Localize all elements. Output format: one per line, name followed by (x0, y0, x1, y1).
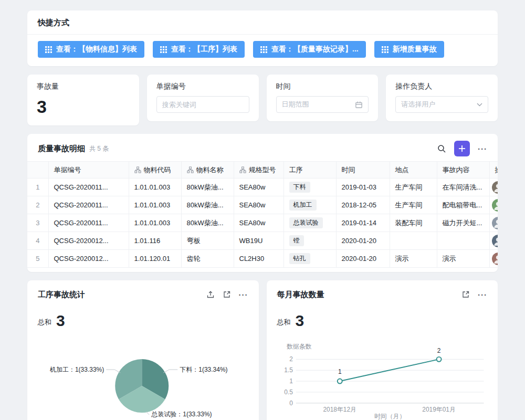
shortcut-view-incident-records-button[interactable]: 查看：【质量事故记录】... (253, 41, 366, 58)
pie-label-xialiao: 下料：1(33.34%) (180, 366, 227, 373)
relation-icon (134, 166, 141, 173)
date-range-input[interactable]: 日期范围 (276, 96, 369, 113)
cell-time: 2020-01-20 (336, 232, 390, 250)
cell-process: 总装试验 (284, 214, 336, 232)
table-row[interactable]: 5 QCSG-2020012... 1.01.120.01 齿轮 CL2H30 … (27, 250, 498, 268)
export-icon[interactable] (206, 290, 215, 299)
more-options-icon[interactable]: ··· (478, 145, 487, 153)
grid-icon (45, 46, 52, 53)
filters-row: 事故量 3 单据编号 时间 日期范围 操作负责人 请选择用户 (27, 75, 498, 125)
cell-operator (489, 214, 498, 232)
col-location: 地点 (390, 162, 437, 178)
shortcut-add-incident-button[interactable]: 新增质量事故 (374, 41, 444, 58)
process-tag: 钻孔 (289, 253, 310, 264)
shortcut-view-material-list-button[interactable]: 查看：【物料信息】列表 (38, 41, 144, 58)
y-axis-title: 数据条数 (286, 343, 311, 350)
cell-spec: SEA80w (234, 196, 284, 214)
operator-label: 操作负责人 (395, 82, 488, 91)
cell-time: 2020-01-20 (336, 250, 390, 268)
operator-select[interactable]: 请选择用户 (395, 96, 488, 113)
relation-icon (239, 166, 246, 173)
col-spec: 规格型号 (234, 162, 284, 178)
cell-time: 2019-01-03 (336, 178, 390, 196)
monthly-chart-title: 每月事故数量 (277, 290, 324, 300)
process-tag: 下料 (289, 182, 310, 192)
shortcut-label: 新增质量事故 (393, 45, 437, 54)
process-chart-header: 工序事故统计 ··· (38, 289, 248, 300)
col-material-name: 物料名称 (181, 162, 234, 178)
cell-process: 机加工 (284, 196, 336, 214)
add-record-button[interactable] (454, 141, 470, 156)
operator-avatar (492, 199, 498, 212)
date-range-placeholder: 日期范围 (282, 100, 309, 109)
process-pie-chart: 机加工：1(33.33%) 下料：1(33.34%) 总装试验：1(33.33%… (38, 336, 248, 420)
cell-content: 磁力开关短... (437, 214, 489, 232)
more-options-icon[interactable]: ··· (239, 291, 248, 299)
monthly-chart-header: 每月事故数量 ··· (277, 289, 488, 300)
cell-operator (489, 250, 498, 268)
doc-number-search-input[interactable] (156, 96, 249, 113)
row-index: 1 (27, 178, 48, 196)
table-count: 共 5 条 (89, 144, 109, 153)
time-filter-card: 时间 日期范围 (267, 75, 379, 121)
process-tag: 总装试验 (289, 217, 323, 228)
cell-location: 生产车间 (390, 178, 437, 196)
pie-leader-bottom (146, 412, 149, 415)
shortcut-view-process-list-button[interactable]: 查看：【工序】列表 (153, 41, 245, 58)
y-tick: 0 (289, 400, 293, 407)
doc-number-filter-card: 单据编号 (147, 75, 259, 121)
y-tick: 1 (289, 377, 293, 385)
cell-spec: SEA80w (234, 178, 284, 196)
table-header-bar: 质量事故明细 共 5 条 ··· (27, 134, 498, 161)
relation-icon (187, 166, 194, 173)
cell-operator (489, 196, 498, 214)
cell-process: 镗 (284, 232, 336, 250)
data-point[interactable] (436, 357, 441, 362)
time-label: 时间 (276, 82, 369, 91)
monthly-total: 总和 3 (277, 311, 488, 330)
operator-filter-card: 操作负责人 请选择用户 (386, 75, 498, 121)
col-index (27, 162, 48, 178)
more-options-icon[interactable]: ··· (478, 291, 487, 299)
row-index: 4 (27, 232, 48, 250)
pie-label-jijiagong: 机加工：1(33.33%) (49, 366, 104, 373)
table-row[interactable]: 2 QCSG-2020011... 1.01.01.003 80kW柴油... … (27, 196, 498, 214)
cell-operator (489, 232, 498, 250)
pie-leader-left (106, 370, 120, 373)
process-stats-card: 工序事故统计 ··· 总和 3 (27, 280, 259, 420)
process-tag: 机加工 (289, 200, 317, 210)
dashboard-page: 快捷方式 查看：【物料信息】列表 查看：【工序】列表 查看：【质量事故记录】..… (0, 0, 525, 420)
process-tag: 镗 (289, 235, 304, 246)
table-row[interactable]: 4 QCSG-2020012... 1.01.116 弯板 WB19U 镗 20… (27, 232, 498, 250)
cell-process: 钻孔 (284, 250, 336, 268)
search-icon[interactable] (437, 144, 446, 153)
monthly-count-card: 每月事故数量 ··· 总和 3 数据条数 2 1 (267, 280, 498, 420)
table-row[interactable]: 1 QCSG-2020011... 1.01.01.003 80kW柴油... … (27, 178, 498, 196)
cell-material-name: 80kW柴油... (181, 196, 234, 214)
shortcuts-row: 查看：【物料信息】列表 查看：【工序】列表 查看：【质量事故记录】... 新增质… (27, 35, 498, 66)
cell-time: 2019-01-14 (336, 214, 390, 232)
cell-location: 演示 (390, 250, 437, 268)
operator-avatar (492, 253, 498, 265)
cell-time: 2018-12-05 (336, 196, 390, 214)
point-value-label: 1 (338, 368, 341, 375)
table-row[interactable]: 3 QCSG-2020011... 1.01.01.003 80kW柴油... … (27, 214, 498, 232)
cell-material-code: 1.01.01.003 (129, 214, 181, 232)
operator-avatar (492, 217, 498, 229)
incident-detail-card: 质量事故明细 共 5 条 ··· (27, 134, 498, 272)
col-time: 时间 (336, 162, 390, 178)
open-in-new-icon[interactable] (461, 290, 470, 299)
cell-location (390, 232, 437, 250)
grid-icon (382, 46, 388, 53)
chevron-down-icon (477, 103, 482, 107)
cell-material-name: 弯板 (181, 232, 234, 250)
incident-count-value: 3 (37, 96, 130, 117)
row-index: 3 (27, 214, 48, 232)
cell-spec: CL2H30 (234, 250, 284, 268)
open-in-new-icon[interactable] (223, 290, 231, 299)
data-point[interactable] (337, 379, 342, 384)
row-index: 5 (27, 250, 48, 268)
incident-count-card: 事故量 3 (27, 75, 139, 125)
x-axis-title: 时间（月） (374, 413, 405, 420)
cell-doc-no: QCSG-2020011... (48, 196, 129, 214)
